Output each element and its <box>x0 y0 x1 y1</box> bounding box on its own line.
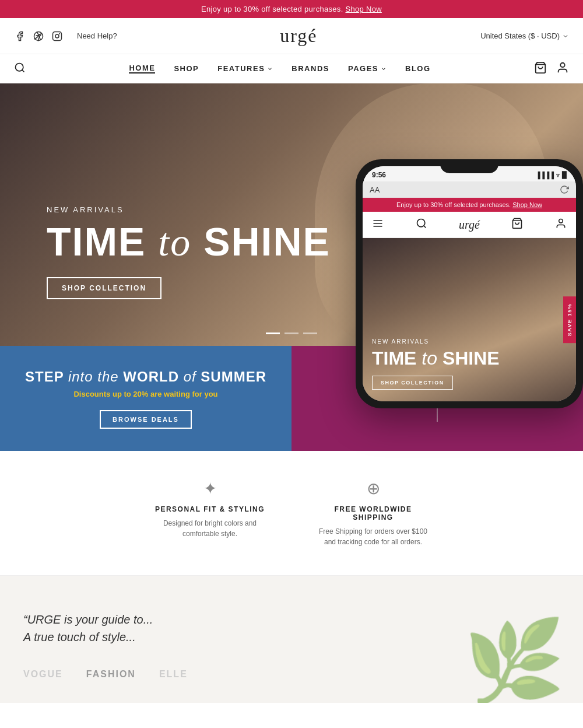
phone-account-icon[interactable] <box>555 218 567 232</box>
press-elle: ELLE <box>159 669 188 680</box>
svg-point-2 <box>55 34 59 38</box>
facebook-icon[interactable] <box>14 30 26 42</box>
feature-item-2: ⊕ FREE WORLDWIDE SHIPPING Free Shipping … <box>315 479 431 547</box>
phone-cart-icon[interactable] <box>511 218 523 232</box>
cart-icon[interactable] <box>534 61 547 76</box>
phone-notch <box>440 159 498 173</box>
phone-inner: 9:56 ▐▐▐▐ ▿ ▉ AA Enjoy up to 30% off sel… <box>363 166 576 401</box>
phone-announcement-link[interactable]: Shop Now <box>512 201 542 208</box>
nav-item-pages[interactable]: PAGES <box>348 64 387 73</box>
feature-title-2: FREE WORLDWIDE SHIPPING <box>315 505 431 522</box>
pinterest-icon[interactable] <box>33 30 44 42</box>
logo: urgé <box>280 25 317 47</box>
phone-search-icon[interactable] <box>416 218 427 232</box>
phone-logo: urgé <box>459 218 480 232</box>
account-icon[interactable] <box>556 61 569 76</box>
phone-address-bar[interactable]: AA <box>363 181 576 198</box>
palm-decoration: 🌿 <box>463 621 566 703</box>
phone-nav: urgé <box>363 212 576 238</box>
svg-point-4 <box>16 63 23 71</box>
nav-item-home[interactable]: HOME <box>129 64 155 74</box>
feature-title-1: PERSONAL FIT & STYLING <box>155 505 265 513</box>
social-icons <box>14 30 63 42</box>
summer-title: STEP into the WORLD of SUMMER <box>25 369 266 385</box>
quote-text-2: A true touch of style... <box>23 628 315 646</box>
svg-point-3 <box>59 33 60 34</box>
summer-left-panel: STEP into the WORLD of SUMMER Discounts … <box>0 346 292 451</box>
nav-center: HOME SHOP FEATURES BRANDS PAGES BLOG <box>129 64 430 74</box>
phone-shop-collection-button[interactable]: SHOP COLLECTION <box>372 376 453 390</box>
shop-collection-button[interactable]: SHOP COLLECTION <box>47 277 161 299</box>
phone-hero-subtitle: NEW ARRIVALS <box>372 338 500 345</box>
announcement-bar: Enjoy up to 30% off selected purchases. … <box>0 0 583 18</box>
quote-text-1: “URGE is your guide to... <box>23 611 315 628</box>
nav-right-icons <box>534 61 569 76</box>
chevron-down-icon <box>562 33 569 40</box>
indicator-3[interactable] <box>303 332 317 334</box>
svg-point-7 <box>560 62 564 66</box>
phone-hero-content: NEW ARRIVALS TIME to SHINE SHOP COLLECTI… <box>372 338 500 390</box>
announcement-text: Enjoy up to 30% off selected purchases. <box>201 5 343 13</box>
shipping-icon: ⊕ <box>367 479 380 498</box>
signal-icon: ▐▐▐▐ <box>536 172 554 178</box>
press-vogue: VOGUE <box>23 669 63 680</box>
announcement-link[interactable]: Shop Now <box>345 5 381 13</box>
quote-section: “URGE is your guide to... A true touch o… <box>0 576 583 703</box>
instagram-icon[interactable] <box>51 30 63 42</box>
feature-desc-2: Free Shipping for orders over $100 and t… <box>315 526 431 547</box>
svg-point-11 <box>417 219 424 227</box>
shop-category-section: SHOP by Ca <box>0 703 583 728</box>
pages-chevron-icon <box>381 66 387 72</box>
utility-left: Need Help? <box>14 30 117 42</box>
feature-item-1: ✦ PERSONAL FIT & STYLING Designed for br… <box>152 479 268 547</box>
hero-title: TIME to SHINE <box>47 221 331 263</box>
features-chevron-icon <box>267 66 273 72</box>
phone-address-text: AA <box>370 186 380 194</box>
nav-item-blog[interactable]: BLOG <box>405 64 431 73</box>
nav-search[interactable] <box>14 62 26 76</box>
slide-indicators <box>266 332 317 334</box>
hero-subtitle: NEW ARRIVALS <box>47 205 331 214</box>
country-selector[interactable]: United States ($ · USD) <box>480 32 569 40</box>
svg-rect-1 <box>53 32 62 40</box>
search-icon <box>14 62 26 74</box>
svg-line-12 <box>423 226 426 228</box>
utility-right: United States ($ · USD) <box>480 32 569 40</box>
indicator-2[interactable] <box>285 332 298 334</box>
features-section: ✦ PERSONAL FIT & STYLING Designed for br… <box>0 451 583 576</box>
phone-menu-icon[interactable] <box>372 218 384 232</box>
phone-announcement-bar: Enjoy up to 30% off selected purchases. … <box>363 198 576 212</box>
need-help-link[interactable]: Need Help? <box>77 32 117 40</box>
svg-line-5 <box>22 69 24 72</box>
phone-save-badge[interactable]: SAVE 15% <box>563 296 576 343</box>
feature-desc-1: Designed for bright colors and comfortab… <box>152 518 268 539</box>
nav-item-brands[interactable]: BRANDS <box>292 64 329 73</box>
phone-hero-image: NEW ARRIVALS TIME to SHINE SHOP COLLECTI… <box>363 238 576 401</box>
press-fashion: FASHION <box>86 669 136 680</box>
summer-subtitle: Discounts up to 20% are waiting for you <box>73 390 217 398</box>
utility-bar: Need Help? urgé United States ($ · USD) <box>0 18 583 54</box>
phone-mockup: 9:56 ▐▐▐▐ ▿ ▉ AA Enjoy up to 30% off sel… <box>356 159 583 408</box>
nav-item-shop[interactable]: SHOP <box>174 64 199 73</box>
hero-content: NEW ARRIVALS TIME to SHINE SHOP COLLECTI… <box>47 205 331 299</box>
battery-icon: ▉ <box>562 172 567 179</box>
phone-hero-title: TIME to SHINE <box>372 348 500 369</box>
refresh-icon[interactable] <box>560 185 569 194</box>
indicator-1[interactable] <box>266 332 280 334</box>
browse-deals-button[interactable]: BROWSE DEALS <box>100 410 192 429</box>
personal-fit-icon: ✦ <box>203 479 217 498</box>
nav-bar: HOME SHOP FEATURES BRANDS PAGES BLOG <box>0 54 583 83</box>
wifi-icon: ▿ <box>556 172 560 179</box>
phone-time: 9:56 <box>372 171 386 179</box>
svg-point-14 <box>559 219 563 223</box>
nav-item-features[interactable]: FEATURES <box>217 64 273 73</box>
phone-status-icons: ▐▐▐▐ ▿ ▉ <box>536 172 567 179</box>
